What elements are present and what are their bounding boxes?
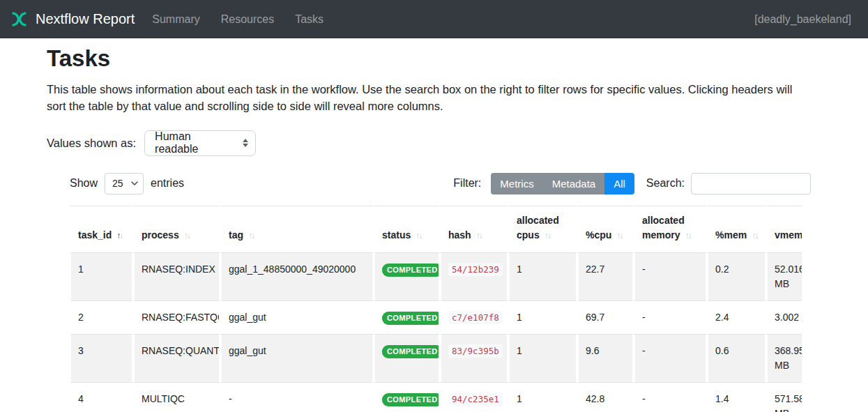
cell-cpus: 1 bbox=[508, 300, 577, 334]
status-badge: COMPLETED bbox=[382, 312, 440, 325]
nav-link-summary[interactable]: Summary bbox=[142, 13, 210, 26]
cell-id: 4 bbox=[70, 382, 133, 412]
nextflow-logo-icon bbox=[10, 10, 29, 29]
column-header-pmem[interactable]: %mem↑↓ bbox=[707, 206, 766, 253]
filter-metrics-button[interactable]: Metrics bbox=[491, 173, 542, 194]
cell-process: RNASEQ:FASTQC bbox=[133, 300, 220, 334]
sort-icon: ↑↓ bbox=[416, 231, 421, 241]
values-shown-selected: Human readable bbox=[155, 130, 234, 155]
brand-title: Nextflow Report bbox=[36, 11, 135, 27]
column-label: hash bbox=[448, 229, 471, 241]
status-badge: COMPLETED bbox=[382, 345, 440, 358]
cell-status: COMPLETED bbox=[374, 382, 440, 412]
tasks-table-body: 1RNASEQ:INDEXggal_1_48850000_49020000COM… bbox=[70, 253, 802, 412]
filter-search-controls: Filter: Metrics Metadata All Search: bbox=[453, 173, 811, 194]
column-header-tag[interactable]: tag↑↓ bbox=[220, 206, 374, 253]
hash-code: c7/e107f8 bbox=[448, 311, 503, 324]
main-content: Tasks This table shows information about… bbox=[0, 38, 868, 412]
column-label: allocated cpus bbox=[517, 215, 559, 241]
cell-vmem: 368.95 MB bbox=[766, 334, 802, 382]
page-length-select[interactable]: 25 bbox=[105, 173, 144, 194]
nav-link-tasks[interactable]: Tasks bbox=[284, 13, 334, 26]
column-header-memory[interactable]: allocated memory↑↓ bbox=[634, 206, 707, 253]
cell-memory: - bbox=[634, 382, 707, 412]
cell-vmem: 571.58 MB bbox=[766, 382, 802, 412]
nav-link-resources[interactable]: Resources bbox=[211, 13, 284, 26]
column-header-hash[interactable]: hash↑↓ bbox=[440, 206, 508, 253]
navbar-links: Summary Resources Tasks bbox=[142, 13, 334, 26]
sort-icon: ↑↓ bbox=[116, 231, 122, 241]
filter-label: Filter: bbox=[453, 177, 481, 190]
cell-process: RNASEQ:INDEX bbox=[133, 253, 220, 300]
filter-metadata-button[interactable]: Metadata bbox=[543, 173, 605, 194]
top-navbar: Nextflow Report Summary Resources Tasks … bbox=[0, 0, 868, 38]
column-header-status[interactable]: status↑↓ bbox=[374, 206, 440, 253]
cell-tag: - bbox=[220, 382, 374, 412]
status-badge: COMPLETED bbox=[382, 264, 440, 277]
tasks-table: task_id↑↓process↑↓tag↑↓status↑↓hash↑↓all… bbox=[70, 206, 802, 412]
column-label: %cpu bbox=[586, 229, 611, 241]
entries-label: entries bbox=[151, 177, 184, 190]
cell-pcpu: 9.6 bbox=[577, 334, 634, 382]
sort-icon: ↑↓ bbox=[685, 231, 690, 241]
column-label: task_id bbox=[78, 229, 112, 241]
column-header-vmem[interactable]: vmem↑↓ bbox=[766, 206, 802, 253]
table-scroll-area[interactable]: task_id↑↓process↑↓tag↑↓status↑↓hash↑↓all… bbox=[70, 206, 802, 412]
cell-process: RNASEQ:QUANT bbox=[133, 334, 220, 382]
sort-icon: ↑↓ bbox=[752, 231, 757, 241]
up-down-arrows-icon bbox=[243, 139, 248, 147]
cell-hash: 83/9c395b bbox=[440, 334, 508, 382]
values-shown-row: Values shown as: Human readable bbox=[47, 130, 868, 156]
hash-code: 54/12b239 bbox=[448, 263, 503, 276]
cell-pcpu: 42.8 bbox=[577, 382, 634, 412]
table-controls: Show 25 entries Filter: Metrics Metadata bbox=[70, 173, 811, 194]
cell-id: 2 bbox=[70, 300, 133, 334]
navbar-brand[interactable]: Nextflow Report bbox=[10, 10, 135, 29]
cell-hash: 94/c235e1 bbox=[440, 382, 508, 412]
cell-process: MULTIQC bbox=[133, 382, 220, 412]
workflow-run-name: [deadly_baekeland] bbox=[754, 13, 851, 26]
cell-hash: c7/e107f8 bbox=[440, 300, 508, 334]
cell-pcpu: 22.7 bbox=[577, 253, 634, 300]
cell-vmem: 3.002 bbox=[766, 300, 802, 334]
values-shown-label: Values shown as: bbox=[47, 137, 136, 150]
column-header-id[interactable]: task_id↑↓ bbox=[70, 206, 133, 253]
status-badge: COMPLETED bbox=[382, 393, 440, 406]
sort-icon: ↑↓ bbox=[476, 231, 482, 241]
sort-icon: ↑↓ bbox=[184, 231, 190, 241]
hash-code: 83/9c395b bbox=[448, 344, 503, 358]
column-label: allocated memory bbox=[642, 215, 685, 241]
cell-memory: - bbox=[634, 253, 707, 300]
tasks-table-wrapper: Show 25 entries Filter: Metrics Metadata bbox=[70, 173, 811, 412]
search-input[interactable] bbox=[691, 173, 811, 194]
page-title: Tasks bbox=[47, 45, 868, 72]
page-description: This table shows information about each … bbox=[47, 82, 814, 115]
hash-code: 94/c235e1 bbox=[448, 392, 503, 406]
column-header-process[interactable]: process↑↓ bbox=[133, 206, 220, 253]
filter-all-button[interactable]: All bbox=[604, 173, 634, 194]
table-row: 4MULTIQC-COMPLETED94/c235e1142.8-1.4571.… bbox=[70, 382, 802, 412]
sort-icon: ↑↓ bbox=[248, 231, 254, 241]
cell-tag: ggal_gut bbox=[220, 334, 374, 382]
cell-hash: 54/12b239 bbox=[440, 253, 508, 300]
chevron-down-icon bbox=[131, 181, 138, 185]
cell-status: COMPLETED bbox=[374, 300, 440, 334]
cell-pmem: 1.4 bbox=[707, 382, 766, 412]
column-header-cpus[interactable]: allocated cpus↑↓ bbox=[508, 206, 577, 253]
sort-icon: ↑↓ bbox=[545, 231, 550, 241]
cell-id: 3 bbox=[70, 334, 133, 382]
cell-cpus: 1 bbox=[508, 334, 577, 382]
cell-status: COMPLETED bbox=[374, 334, 440, 382]
filter-button-group: Metrics Metadata All bbox=[491, 173, 634, 194]
tasks-table-header-row: task_id↑↓process↑↓tag↑↓status↑↓hash↑↓all… bbox=[70, 206, 802, 253]
values-shown-select[interactable]: Human readable bbox=[144, 130, 256, 156]
cell-vmem: 52.016 MB bbox=[766, 253, 802, 300]
cell-pmem: 0.2 bbox=[707, 253, 766, 300]
column-header-pcpu[interactable]: %cpu↑↓ bbox=[577, 206, 634, 253]
table-row: 2RNASEQ:FASTQCggal_gutCOMPLETEDc7/e107f8… bbox=[70, 300, 802, 334]
search-label: Search: bbox=[646, 177, 685, 190]
page-length-value: 25 bbox=[112, 178, 123, 189]
page-length-control: Show 25 entries bbox=[70, 173, 184, 194]
cell-cpus: 1 bbox=[508, 253, 577, 300]
cell-memory: - bbox=[634, 334, 707, 382]
